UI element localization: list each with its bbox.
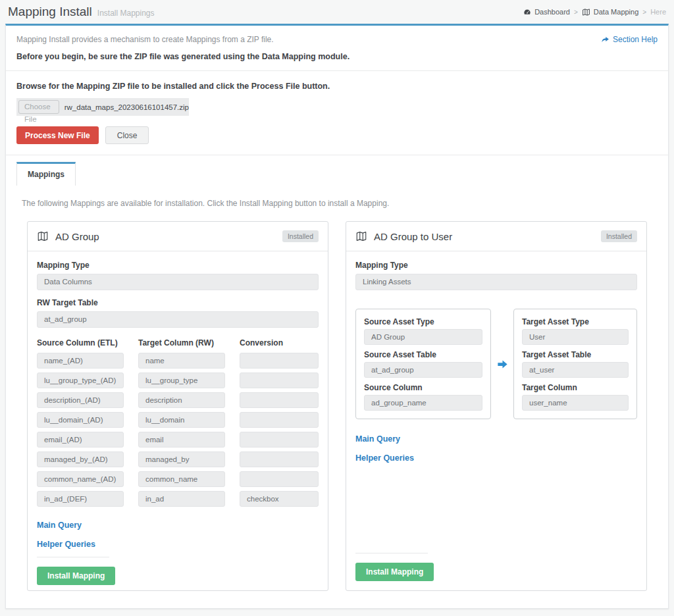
asset-link-row: Source Asset Type AD Group Source Asset … bbox=[355, 309, 637, 419]
mapping-type-value: Linking Assets bbox=[355, 274, 637, 290]
source-column-box: lu__group_type_(AD) bbox=[37, 372, 124, 388]
map-icon bbox=[355, 230, 367, 242]
target-asset-type-label: Target Asset Type bbox=[522, 317, 629, 326]
mapping-cards-row: AD Group Installed Mapping Type Data Col… bbox=[27, 221, 647, 608]
card-title: AD Group bbox=[55, 231, 99, 242]
breadcrumb: Dashboard > Data Mapping > Here bbox=[523, 8, 666, 16]
conversion-box bbox=[240, 432, 319, 448]
installed-badge: Installed bbox=[282, 230, 319, 242]
target-asset-table-value: at_user bbox=[522, 362, 629, 378]
mapping-rows: name_(AD)namelu__group_type_(AD)lu__grou… bbox=[37, 353, 319, 511]
conversion-box bbox=[240, 471, 319, 487]
column-headers: Source Column (ETL) Target Column (RW) C… bbox=[37, 336, 319, 353]
tabs-row: Mappings bbox=[16, 162, 668, 186]
main-panel: Mapping Install provides a mechanism to … bbox=[5, 24, 669, 609]
target-asset-table-label: Target Asset Table bbox=[522, 350, 629, 359]
install-mapping-button[interactable]: Install Mapping bbox=[355, 563, 434, 581]
mapping-card-ad-group: AD Group Installed Mapping Type Data Col… bbox=[27, 221, 328, 591]
source-column-box: in_ad_(DEF) bbox=[37, 491, 124, 507]
rw-target-table-value: at_ad_group bbox=[37, 311, 319, 328]
upload-section: Browse for the Mapping ZIP file to be in… bbox=[6, 71, 668, 155]
card-body: Mapping Type Linking Assets Source Asset… bbox=[346, 251, 646, 590]
mapping-type-label: Mapping Type bbox=[37, 261, 319, 270]
target-column-label: Target Column bbox=[522, 383, 629, 392]
page-title: Mapping Install bbox=[8, 5, 92, 19]
target-column-box: lu__group_type bbox=[138, 372, 225, 388]
target-column-box: in_ad bbox=[138, 491, 225, 507]
source-column-box: name_(AD) bbox=[37, 353, 124, 369]
conversion-box bbox=[240, 412, 319, 428]
source-asset-type-label: Source Asset Type bbox=[364, 317, 482, 326]
target-asset-box: Target Asset Type User Target Asset Tabl… bbox=[513, 309, 637, 419]
divider bbox=[37, 557, 109, 557]
page-subtitle: Install Mappings bbox=[97, 9, 155, 18]
source-column-label: Source Column bbox=[364, 383, 482, 392]
upload-instruction: Browse for the Mapping ZIP file to be in… bbox=[16, 82, 658, 91]
target-column-box: lu__domain bbox=[138, 412, 225, 428]
breadcrumb-data-mapping[interactable]: Data Mapping bbox=[582, 8, 639, 16]
source-column-value: ad_group_name bbox=[364, 395, 482, 411]
source-asset-box: Source Asset Type AD Group Source Asset … bbox=[355, 309, 491, 419]
source-column-box: lu__domain_(AD) bbox=[37, 412, 124, 428]
intro-line1: Mapping Install provides a mechanism to … bbox=[16, 35, 274, 44]
source-column-header: Source Column (ETL) bbox=[37, 338, 124, 347]
source-column-box: description_(AD) bbox=[37, 392, 124, 408]
map-icon bbox=[37, 230, 49, 242]
card-body: Mapping Type Data Columns RW Target Tabl… bbox=[28, 251, 328, 594]
card-header: AD Group Installed bbox=[28, 222, 328, 251]
install-block: Install Mapping bbox=[37, 557, 319, 585]
page-header: Mapping Install Install Mappings Dashboa… bbox=[0, 0, 674, 24]
install-mapping-button[interactable]: Install Mapping bbox=[37, 567, 115, 585]
right-arrow-icon bbox=[491, 358, 513, 371]
install-block: Install Mapping bbox=[355, 553, 637, 581]
target-column-box: common_name bbox=[138, 471, 225, 487]
target-column-box: description bbox=[138, 392, 225, 408]
title-wrap: Mapping Install Install Mappings bbox=[8, 5, 155, 19]
mapping-type-value: Data Columns bbox=[37, 274, 319, 290]
conversion-box bbox=[240, 392, 319, 408]
conversion-header: Conversion bbox=[240, 338, 319, 347]
choose-file-button[interactable]: Choose File bbox=[18, 100, 59, 114]
close-button[interactable]: Close bbox=[105, 126, 149, 144]
divider bbox=[355, 553, 428, 553]
intro-line2: Before you begin, be sure the ZIP file w… bbox=[16, 52, 658, 61]
source-column-box: email_(AD) bbox=[37, 432, 124, 448]
target-column-value: user_name bbox=[522, 395, 629, 411]
source-asset-table-value: at_ad_group bbox=[364, 362, 482, 378]
mapping-type-label: Mapping Type bbox=[355, 261, 637, 270]
section-help-label: Section Help bbox=[613, 35, 658, 44]
source-column-box: common_name_(AD) bbox=[37, 471, 124, 487]
breadcrumb-dashboard-label: Dashboard bbox=[534, 8, 570, 16]
breadcrumb-dashboard[interactable]: Dashboard bbox=[523, 8, 570, 16]
target-asset-type-value: User bbox=[522, 329, 629, 345]
conversion-box bbox=[240, 372, 319, 388]
helper-queries-link[interactable]: Helper Queries bbox=[37, 540, 95, 549]
file-input[interactable]: Choose File rw_data_maps_20230616101457.… bbox=[16, 98, 189, 116]
card-title: AD Group to User bbox=[374, 231, 452, 242]
query-links: Main Query Helper Queries bbox=[355, 432, 637, 471]
target-column-box: managed_by bbox=[138, 451, 225, 467]
conversion-box bbox=[240, 353, 319, 369]
selected-file-name: rw_data_maps_20230616101457.zip bbox=[65, 103, 189, 111]
dashboard-gauge-icon bbox=[523, 8, 531, 16]
map-icon bbox=[582, 8, 590, 16]
forward-arrow-icon bbox=[601, 36, 609, 44]
process-new-file-button[interactable]: Process New File bbox=[16, 126, 99, 144]
mappings-description: The following Mappings are available for… bbox=[22, 199, 668, 208]
source-asset-table-label: Source Asset Table bbox=[364, 350, 482, 359]
main-query-link[interactable]: Main Query bbox=[355, 434, 400, 444]
conversion-box bbox=[240, 451, 319, 467]
mapping-card-ad-group-to-user: AD Group to User Installed Mapping Type … bbox=[346, 221, 647, 591]
upload-buttons: Process New File Close bbox=[16, 126, 658, 144]
breadcrumb-current: Here bbox=[650, 8, 666, 16]
tab-mappings[interactable]: Mappings bbox=[16, 162, 76, 186]
divider bbox=[6, 155, 668, 155]
helper-queries-link[interactable]: Helper Queries bbox=[355, 453, 414, 463]
main-query-link[interactable]: Main Query bbox=[37, 521, 82, 530]
target-column-header: Target Column (RW) bbox=[138, 338, 225, 347]
conversion-box: checkbox bbox=[240, 491, 319, 507]
breadcrumb-separator: > bbox=[574, 9, 578, 16]
query-links: Main Query Helper Queries bbox=[37, 519, 319, 557]
source-column-box: managed_by_(AD) bbox=[37, 451, 124, 467]
section-help-link[interactable]: Section Help bbox=[601, 35, 658, 44]
